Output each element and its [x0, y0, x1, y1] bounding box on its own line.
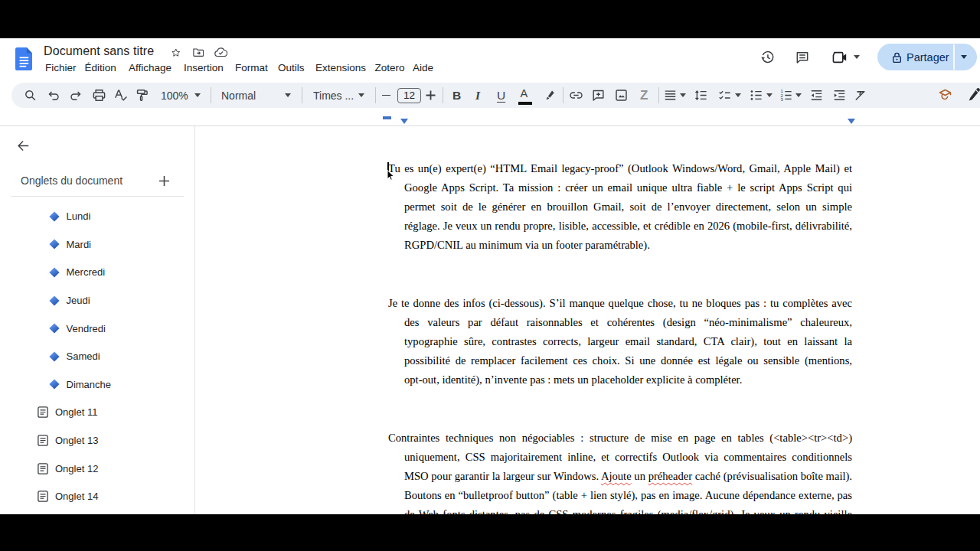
svg-text:3: 3	[780, 97, 783, 102]
